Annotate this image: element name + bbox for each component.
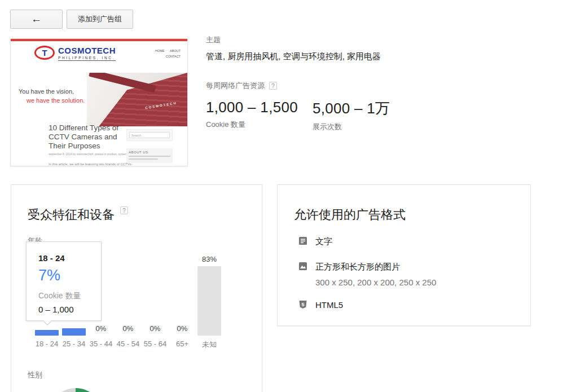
bar-value-label: 0% — [177, 324, 188, 333]
site-search-panel: Search... — [126, 129, 173, 141]
site-preview-thumbnail[interactable]: T COSMOTECH PHILIPPINES, INC. HOME ABOUT… — [10, 38, 188, 166]
site-article-meta: september 8, 2014 by cosmotechph, posted… — [49, 152, 129, 156]
format-image-label: 正方形和长方形的图片 — [315, 262, 436, 272]
impressions-value: 5,000 – 1万 — [313, 99, 394, 118]
demographics-title: 受众特征和设备 — [28, 206, 115, 223]
age-category-label: 18 - 24 — [36, 340, 58, 348]
site-article-excerpt: In this article, we will be featuring tw… — [49, 162, 129, 166]
placement-detail-page: ← 添加到广告组 T COSMOTECH PHILIPPINES, INC. H… — [0, 0, 576, 392]
chart-tooltip: 18 - 24 7% Cookie 数量 0 – 1,000 — [26, 241, 102, 321]
inventory-metrics: 1,000 – 1,500 Cookie 数量 5,000 – 1万 展示次数 — [206, 99, 408, 132]
add-to-adgroup-label: 添加到广告组 — [78, 14, 122, 24]
site-tagline-line2: we have the solution. — [27, 96, 85, 105]
site-logo-mark: T — [34, 46, 55, 60]
gender-section-label: 性别 — [28, 370, 42, 380]
demographics-help-icon[interactable]: ? — [120, 206, 128, 214]
building-roof — [89, 73, 156, 93]
bar-value-label: 83% — [202, 255, 217, 263]
site-article: 10 Different Types of CCTV Cameras and T… — [49, 124, 129, 166]
site-logo-subtext: PHILIPPINES, INC. — [58, 56, 116, 61]
html5-ad-icon: 5 — [298, 300, 307, 309]
site-nav: HOME ABOUT CONTACT — [151, 49, 181, 60]
tooltip-percent: 7% — [38, 267, 101, 284]
cookie-count-label: Cookie 数量 — [206, 120, 298, 130]
cookie-count-value: 1,000 – 1,500 — [206, 99, 298, 116]
age-bar[interactable] — [62, 328, 86, 336]
svg-text:5: 5 — [301, 302, 304, 307]
age-bar[interactable] — [197, 266, 221, 336]
site-article-title: 10 Different Types of CCTV Cameras and T… — [49, 124, 129, 151]
age-category-label: 25 - 34 — [63, 340, 85, 348]
age-chart-column[interactable]: 83%未知 — [196, 254, 223, 350]
site-top-bar — [11, 39, 187, 41]
age-category-label: 45 - 54 — [117, 340, 139, 348]
format-html5-label: HTML5 — [315, 300, 343, 310]
format-item-html5: 5 HTML5 — [298, 300, 343, 310]
format-text-label: 文字 — [315, 236, 332, 247]
site-tagline-line1: You have the vision, — [19, 87, 85, 96]
demographics-card: 受众特征和设备 ? 年龄 18 - 2425 - 340%35 - 440%45… — [11, 184, 262, 392]
site-logo-text: COSMOTECH — [58, 46, 116, 55]
site-nav-about: ABOUT — [170, 49, 181, 52]
help-icon[interactable]: ? — [269, 82, 277, 90]
tooltip-age-range: 18 - 24 — [38, 253, 101, 263]
add-to-adgroup-button[interactable]: 添加到广告组 — [67, 10, 133, 29]
format-item-text: 文字 — [298, 236, 332, 247]
tooltip-metric-label: Cookie 数量 — [38, 291, 101, 301]
back-arrow-icon: ← — [31, 13, 42, 25]
back-button[interactable]: ← — [10, 10, 63, 29]
text-ad-icon — [298, 236, 307, 245]
age-bar[interactable] — [35, 330, 59, 336]
format-image-sizes: 300 x 250, 200 x 200, 250 x 250 — [315, 278, 436, 287]
ad-formats-title: 允许使用的广告格式 — [294, 206, 406, 223]
site-about-heading: ABOUT US — [129, 151, 170, 154]
image-ad-icon — [298, 262, 307, 271]
age-chart-column[interactable]: 0%55 - 64 — [142, 254, 169, 350]
format-item-image: 正方形和长方形的图片 300 x 250, 200 x 200, 250 x 2… — [298, 262, 436, 287]
site-building-photo: COSMOTECH — [87, 73, 187, 126]
tooltip-metric-value: 0 – 1,000 — [38, 305, 101, 314]
site-nav-contact: CONTACT — [166, 55, 181, 58]
topics-value: 管道, 厨房用抽风机, 空调与环境控制, 家用电器 — [206, 51, 408, 62]
site-search-input: Search... — [129, 132, 170, 138]
topics-label: 主题 — [206, 35, 408, 45]
age-chart-column[interactable]: 0%45 - 54 — [115, 254, 142, 350]
site-text-line — [129, 156, 170, 157]
age-category-label: 未知 — [202, 340, 217, 350]
age-category-label: 55 - 64 — [144, 340, 166, 348]
site-logo-letter: T — [42, 49, 47, 57]
ad-formats-card: 允许使用的广告格式 文字 正方形和长方形的图片 300 x 250, 200 x… — [277, 184, 531, 326]
bar-value-label: 0% — [123, 324, 134, 333]
age-chart-column[interactable]: 0%65+ — [169, 254, 196, 350]
bar-value-label: 0% — [150, 324, 161, 333]
site-text-line — [129, 158, 158, 160]
site-sidebar: Search... ABOUT US — [126, 129, 173, 163]
site-about-panel: ABOUT US — [126, 148, 173, 163]
impressions-metric: 5,000 – 1万 展示次数 — [313, 99, 394, 132]
gender-pie-chart[interactable] — [49, 388, 103, 392]
site-logo: T COSMOTECH PHILIPPINES, INC. — [34, 46, 116, 61]
site-nav-home: HOME — [155, 49, 165, 52]
age-category-label: 35 - 44 — [90, 340, 112, 348]
cookie-count-metric: 1,000 – 1,500 Cookie 数量 — [206, 99, 298, 132]
bar-value-label: 0% — [96, 324, 107, 333]
placement-details: 主题 管道, 厨房用抽风机, 空调与环境控制, 家用电器 每周网络广告资源 ? … — [206, 35, 408, 132]
inventory-label: 每周网络广告资源 — [206, 81, 265, 91]
age-category-label: 65+ — [176, 340, 188, 348]
impressions-label: 展示次数 — [313, 122, 394, 132]
site-tagline: You have the vision, we have the solutio… — [19, 87, 85, 105]
